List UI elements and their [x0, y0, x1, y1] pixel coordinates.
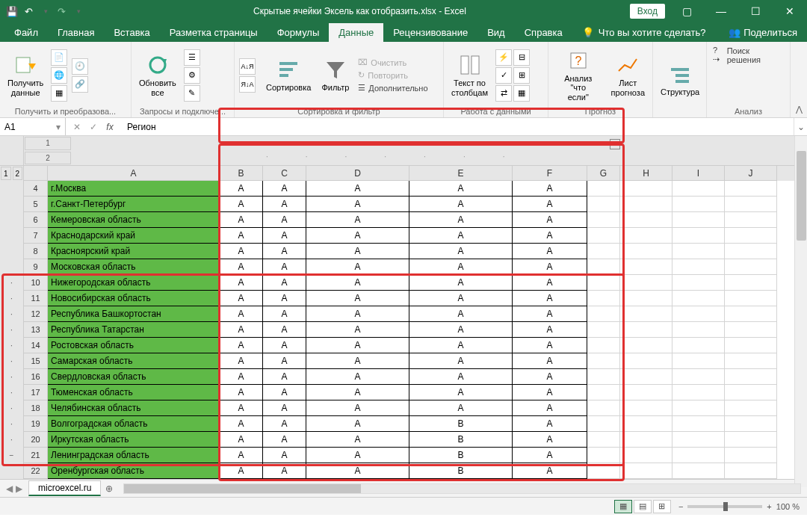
cell[interactable]: A	[306, 291, 409, 306]
cell[interactable]	[587, 244, 620, 259]
cell[interactable]	[587, 291, 620, 306]
cell[interactable]: Краснодарский край	[48, 228, 220, 244]
tab-view[interactable]: Вид	[477, 23, 515, 42]
row-outline-sym[interactable]: −	[0, 448, 24, 463]
cell[interactable]: A	[306, 197, 409, 212]
cell[interactable]: A	[513, 416, 587, 432]
cell[interactable]: A	[409, 197, 513, 212]
cell[interactable]	[620, 416, 672, 432]
cell[interactable]	[620, 259, 672, 275]
cell[interactable]	[672, 463, 725, 479]
tab-insert[interactable]: Вставка	[104, 23, 159, 42]
cell[interactable]: A	[263, 181, 306, 197]
row-header[interactable]: 10	[24, 275, 48, 291]
tab-home[interactable]: Главная	[48, 23, 104, 42]
zoom-slider[interactable]	[687, 505, 762, 508]
row-header[interactable]: 7	[24, 228, 48, 244]
cell[interactable]	[587, 197, 620, 212]
row-header[interactable]: 8	[24, 244, 48, 259]
cell[interactable]	[587, 228, 620, 244]
cell[interactable]: A	[263, 259, 306, 275]
cell[interactable]: A	[513, 306, 587, 322]
cell[interactable]: Новосибирская область	[48, 291, 220, 306]
col-outline-1[interactable]: 1	[25, 137, 71, 150]
cell[interactable]: A	[220, 244, 263, 259]
cell[interactable]: A	[220, 400, 263, 416]
cell[interactable]: A	[513, 338, 587, 353]
cell[interactable]	[620, 322, 672, 338]
cell[interactable]	[620, 291, 672, 306]
cell[interactable]: A	[513, 463, 587, 479]
col-header[interactable]: I	[672, 166, 725, 181]
cell[interactable]	[725, 400, 777, 416]
view-layout-icon[interactable]: ▤	[634, 500, 652, 513]
row-outline-sym[interactable]: ·	[0, 353, 24, 369]
cell[interactable]: A	[263, 338, 306, 353]
cell[interactable]: A	[306, 463, 409, 479]
cell[interactable]	[587, 353, 620, 369]
cell[interactable]: Кемеровская область	[48, 212, 220, 228]
cell[interactable]: A	[220, 291, 263, 306]
cell[interactable]	[725, 275, 777, 291]
sheet-tab[interactable]: microexcel.ru	[28, 480, 101, 496]
cell[interactable]	[725, 244, 777, 259]
cell[interactable]	[587, 275, 620, 291]
row-outline-sym[interactable]: ·	[0, 369, 24, 385]
cell[interactable]: A	[513, 197, 587, 212]
cell[interactable]: A	[306, 432, 409, 448]
cell[interactable]: Челябинская область	[48, 400, 220, 416]
cell[interactable]: A	[263, 291, 306, 306]
advanced-button[interactable]: ☰Дополнительно	[356, 82, 429, 93]
data-model-icon[interactable]: ▦	[513, 85, 530, 102]
add-sheet-icon[interactable]: ⊕	[101, 483, 117, 494]
cell[interactable]: A	[263, 400, 306, 416]
row-outline-sym[interactable]: ·	[0, 385, 24, 400]
formula-expand-icon[interactable]: ⌄	[794, 118, 807, 135]
cell[interactable]: A	[263, 275, 306, 291]
cell[interactable]	[587, 306, 620, 322]
row-header[interactable]: 11	[24, 291, 48, 306]
cell[interactable]	[620, 228, 672, 244]
cell[interactable]	[672, 291, 725, 306]
cell[interactable]	[725, 212, 777, 228]
col-header[interactable]: G	[587, 166, 620, 181]
cell[interactable]: г.Москва	[48, 181, 220, 197]
cell[interactable]: A	[306, 306, 409, 322]
cell[interactable]	[587, 212, 620, 228]
cell[interactable]	[725, 181, 777, 197]
cell[interactable]: A	[409, 181, 513, 197]
cell[interactable]	[725, 228, 777, 244]
cell[interactable]: A	[220, 448, 263, 463]
row-header[interactable]: 14	[24, 338, 48, 353]
cell[interactable]: A	[513, 181, 587, 197]
cell[interactable]	[587, 385, 620, 400]
cell[interactable]	[672, 385, 725, 400]
cell[interactable]: A	[409, 353, 513, 369]
cell[interactable]	[620, 197, 672, 212]
cell[interactable]	[620, 338, 672, 353]
cell[interactable]: A	[306, 385, 409, 400]
cell[interactable]	[620, 181, 672, 197]
zoom-level[interactable]: 100 %	[776, 502, 800, 511]
cell[interactable]: B	[409, 463, 513, 479]
formula-input[interactable]: Регион	[121, 122, 794, 132]
cell[interactable]: A	[220, 275, 263, 291]
undo-drop[interactable]	[39, 5, 51, 17]
maximize-icon[interactable]: ☐	[738, 0, 773, 22]
cell[interactable]	[725, 259, 777, 275]
col-header[interactable]: A	[48, 166, 220, 181]
cell[interactable]	[672, 197, 725, 212]
cell[interactable]: A	[513, 448, 587, 463]
cell[interactable]	[620, 400, 672, 416]
cell[interactable]: A	[409, 228, 513, 244]
row-outline-sym[interactable]: ·	[0, 322, 24, 338]
cell[interactable]	[725, 432, 777, 448]
cell[interactable]: A	[306, 322, 409, 338]
cell[interactable]	[725, 385, 777, 400]
undo-icon[interactable]: ↶	[22, 5, 34, 17]
col-header[interactable]: F	[513, 166, 587, 181]
cell[interactable]: A	[263, 385, 306, 400]
cell[interactable]: A	[513, 212, 587, 228]
refresh-all-button[interactable]: Обновить все	[136, 52, 179, 98]
accept-fx-icon[interactable]: ✓	[85, 122, 102, 132]
